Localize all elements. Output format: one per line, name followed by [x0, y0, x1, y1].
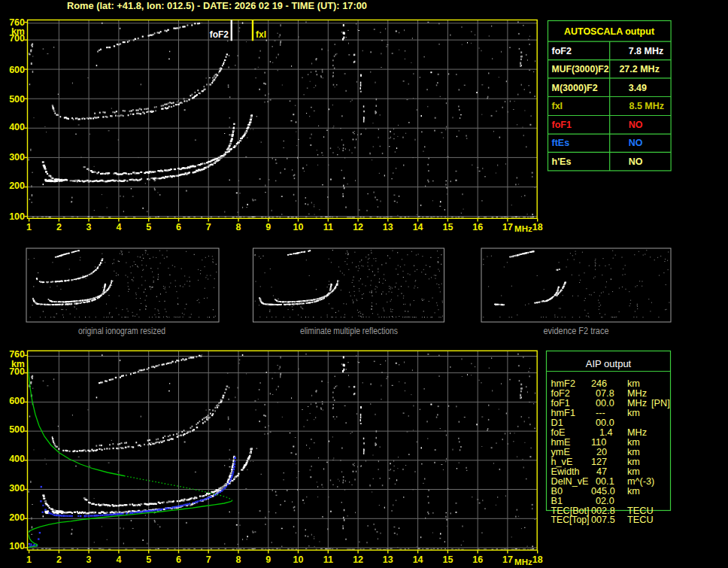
- svg-text:100: 100: [9, 541, 25, 551]
- svg-text:15: 15: [442, 222, 453, 232]
- svg-text:760: 760: [9, 349, 25, 360]
- svg-text:14: 14: [413, 222, 423, 232]
- svg-text:TECU: TECU: [627, 515, 654, 525]
- svg-text:2: 2: [56, 222, 62, 232]
- svg-text:1.4: 1.4: [599, 427, 613, 438]
- svg-text:MHz: MHz: [514, 224, 532, 233]
- svg-text:8: 8: [236, 554, 241, 565]
- svg-text:4: 4: [116, 554, 121, 565]
- svg-text:Rome (lat: +41.8, lon: 012.5): Rome (lat: +41.8, lon: 012.5) - DATE: 20…: [67, 1, 367, 11]
- svg-text:10: 10: [293, 222, 304, 232]
- svg-text:6: 6: [176, 222, 181, 232]
- svg-text:km: km: [627, 408, 640, 418]
- svg-text:fxI: fxI: [256, 29, 266, 40]
- svg-text:MHz: MHz: [627, 388, 647, 399]
- svg-text:NO: NO: [629, 120, 643, 130]
- svg-text:16: 16: [472, 554, 483, 565]
- svg-text:km: km: [627, 447, 640, 457]
- svg-text:12: 12: [353, 222, 363, 232]
- svg-text:600: 600: [9, 396, 25, 406]
- svg-text:246: 246: [591, 378, 607, 389]
- svg-text:00.0: 00.0: [596, 418, 614, 428]
- svg-text:300: 300: [9, 483, 25, 494]
- svg-text:00.0: 00.0: [596, 398, 614, 409]
- svg-text:B0: B0: [551, 486, 563, 497]
- svg-text:MHz: MHz: [627, 398, 647, 409]
- svg-text:km: km: [627, 466, 640, 477]
- svg-text:3: 3: [86, 554, 92, 565]
- svg-text:7.8 MHz: 7.8 MHz: [629, 46, 664, 56]
- svg-text:3.49: 3.49: [629, 83, 647, 93]
- svg-text:foF2: foF2: [210, 29, 229, 40]
- svg-text:original ionogram resized: original ionogram resized: [78, 326, 165, 336]
- svg-text:15: 15: [442, 554, 453, 565]
- svg-text:02.0: 02.0: [596, 496, 614, 506]
- svg-text:foF2: foF2: [552, 46, 572, 56]
- svg-text:hmF1: hmF1: [551, 408, 575, 418]
- svg-text:110: 110: [591, 437, 606, 448]
- svg-text:NO: NO: [629, 156, 643, 167]
- svg-text:400: 400: [9, 454, 25, 464]
- svg-text:Ewidth: Ewidth: [551, 466, 580, 477]
- svg-text:6: 6: [176, 554, 181, 565]
- svg-text:200: 200: [9, 512, 25, 523]
- svg-text:3: 3: [86, 222, 92, 232]
- svg-text:AUTOSCALA output: AUTOSCALA output: [564, 26, 655, 37]
- svg-text:00.1: 00.1: [596, 476, 614, 487]
- svg-text:TEC[Top]: TEC[Top]: [551, 515, 590, 525]
- svg-text:km: km: [627, 486, 640, 497]
- svg-text:5: 5: [146, 554, 151, 565]
- svg-text:12: 12: [353, 554, 363, 565]
- svg-text:foF1: foF1: [551, 398, 570, 409]
- svg-text:5: 5: [146, 222, 151, 232]
- svg-text:20: 20: [596, 447, 607, 457]
- svg-text:ftEs: ftEs: [552, 138, 570, 148]
- svg-text:9: 9: [265, 222, 271, 232]
- svg-text:200: 200: [9, 181, 25, 191]
- svg-text:18: 18: [532, 222, 543, 232]
- svg-text:600: 600: [9, 65, 25, 75]
- svg-text:km: km: [11, 359, 25, 369]
- svg-text:MHz: MHz: [627, 427, 647, 438]
- svg-text:h'Es: h'Es: [552, 156, 572, 167]
- svg-text:002.8: 002.8: [591, 506, 615, 516]
- svg-text:B1: B1: [551, 496, 563, 506]
- svg-text:h_vE: h_vE: [551, 457, 573, 467]
- svg-text:foF1: foF1: [552, 120, 572, 130]
- svg-text:007.5: 007.5: [591, 515, 615, 525]
- svg-text:1: 1: [26, 222, 32, 232]
- svg-text:17: 17: [502, 554, 513, 565]
- svg-text:km: km: [627, 437, 640, 448]
- svg-text:7: 7: [206, 554, 211, 565]
- svg-text:100: 100: [9, 211, 25, 222]
- svg-text:fxI: fxI: [552, 101, 563, 111]
- svg-text:MUF(3000)F2: MUF(3000)F2: [552, 64, 609, 74]
- svg-text:27.2 MHz: 27.2 MHz: [619, 64, 660, 74]
- svg-text:11: 11: [323, 222, 333, 232]
- svg-text:M(3000)F2: M(3000)F2: [552, 83, 598, 93]
- svg-text:47: 47: [596, 466, 607, 477]
- svg-text:8: 8: [236, 222, 241, 232]
- svg-text:9: 9: [265, 554, 271, 565]
- svg-text:D1: D1: [551, 418, 563, 428]
- svg-text:7: 7: [206, 222, 211, 232]
- svg-text:evidence F2 trace: evidence F2 trace: [544, 326, 609, 336]
- svg-text:11: 11: [323, 554, 333, 565]
- svg-text:13: 13: [383, 554, 393, 565]
- svg-text:eliminate multiple reflections: eliminate multiple reflections: [300, 326, 398, 336]
- svg-text:17: 17: [502, 222, 513, 232]
- svg-text:m^(-3): m^(-3): [627, 476, 654, 487]
- svg-text:07.8: 07.8: [596, 388, 614, 399]
- svg-text:TEC[Bot]: TEC[Bot]: [551, 506, 590, 516]
- svg-text:500: 500: [9, 94, 25, 105]
- svg-text:18: 18: [532, 554, 543, 565]
- svg-text:14: 14: [413, 554, 423, 565]
- svg-text:TECU: TECU: [627, 506, 654, 516]
- svg-text:MHz: MHz: [514, 557, 532, 566]
- svg-text:km: km: [627, 378, 640, 389]
- svg-text:DelN_vE: DelN_vE: [551, 476, 589, 487]
- svg-text:AIP output: AIP output: [586, 358, 632, 369]
- svg-text:10: 10: [293, 554, 304, 565]
- svg-text:hmE: hmE: [551, 437, 571, 448]
- svg-text:1: 1: [26, 554, 32, 565]
